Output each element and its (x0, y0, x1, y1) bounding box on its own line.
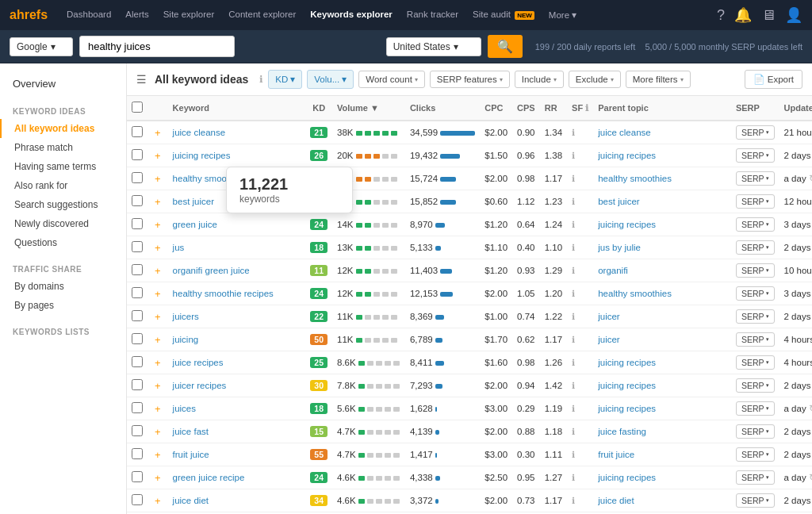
word-count-filter-btn[interactable]: Word count ▾ (358, 71, 425, 88)
keyword-link[interactable]: juice diet (173, 496, 209, 505)
row-add-button[interactable]: + (152, 288, 163, 300)
sf-icon[interactable]: ℹ (572, 243, 575, 252)
refresh-icon[interactable]: ↻ (809, 403, 812, 414)
row-checkbox[interactable] (132, 448, 143, 459)
sf-icon[interactable]: ℹ (572, 427, 575, 436)
row-add-button[interactable]: + (152, 127, 163, 139)
sidebar-item-phrase-match[interactable]: Phrase match (0, 138, 126, 157)
row-add-button[interactable]: + (152, 196, 163, 208)
sidebar-item-by-pages[interactable]: By pages (0, 296, 126, 315)
filter-info-icon[interactable]: ℹ (259, 74, 263, 85)
row-add-button[interactable]: + (152, 150, 163, 162)
more-filters-btn[interactable]: More filters ▾ (626, 71, 691, 88)
nav-content-explorer[interactable]: Content explorer (222, 6, 302, 24)
row-add-button[interactable]: + (152, 173, 163, 185)
kd-filter-btn[interactable]: KD ▾ (268, 70, 302, 89)
engine-select[interactable]: Google ▾ (10, 37, 73, 56)
row-checkbox[interactable] (132, 494, 143, 505)
row-checkbox[interactable] (132, 218, 143, 229)
desktop-icon[interactable]: 🖥 (761, 7, 776, 24)
row-checkbox[interactable] (132, 241, 143, 252)
serp-button[interactable]: SERP ▾ (736, 240, 775, 255)
th-parent-topic[interactable]: Parent topic (593, 96, 731, 121)
sidebar-overview[interactable]: Overview (0, 73, 126, 94)
sf-icon[interactable]: ℹ (572, 289, 575, 298)
keyword-link[interactable]: juicing (173, 335, 199, 344)
serp-button[interactable]: SERP ▾ (736, 378, 775, 393)
parent-topic-link[interactable]: juicing recipes (598, 220, 656, 229)
row-add-button[interactable]: + (152, 265, 163, 277)
include-filter-btn[interactable]: Include ▾ (515, 71, 564, 88)
refresh-icon[interactable]: ↻ (809, 472, 812, 483)
parent-topic-link[interactable]: organifi (598, 266, 628, 275)
keyword-link[interactable]: juicing recipes (173, 151, 231, 160)
parent-topic-link[interactable]: fruit juice (598, 450, 634, 459)
sidebar-item-questions[interactable]: Questions (0, 233, 126, 252)
row-add-button[interactable]: + (152, 472, 163, 484)
th-rr[interactable]: RR (540, 96, 567, 121)
parent-topic-link[interactable]: juice fasting (598, 427, 646, 436)
th-cps[interactable]: CPS (512, 96, 540, 121)
row-add-button[interactable]: + (152, 334, 163, 346)
serp-button[interactable]: SERP ▾ (736, 493, 775, 508)
parent-topic-link[interactable]: juice cleanse (598, 128, 650, 137)
row-checkbox[interactable] (132, 333, 143, 344)
serp-button[interactable]: SERP ▾ (736, 401, 775, 416)
sf-info-icon[interactable]: ℹ (585, 103, 588, 113)
keyword-link[interactable]: healthy smoothie recipes (173, 289, 274, 298)
sf-icon[interactable]: ℹ (572, 473, 575, 482)
row-checkbox[interactable] (132, 471, 143, 482)
parent-topic-link[interactable]: healthy smoothies (598, 174, 672, 183)
export-button[interactable]: 📄 Export (745, 70, 802, 89)
parent-topic-link[interactable]: juicing recipes (598, 404, 656, 413)
row-checkbox[interactable] (132, 402, 143, 413)
keyword-link[interactable]: juicers (173, 312, 199, 321)
sidebar-item-having-same-terms[interactable]: Having same terms (0, 157, 126, 176)
row-checkbox[interactable] (132, 379, 143, 390)
sidebar-item-also-rank-for[interactable]: Also rank for (0, 176, 126, 195)
sf-icon[interactable]: ℹ (572, 450, 575, 459)
keyword-link[interactable]: best juicer (173, 197, 214, 206)
keyword-link[interactable]: fruit juice (173, 450, 209, 459)
nav-site-audit[interactable]: Site audit NEW (466, 6, 541, 24)
th-sf[interactable]: SF ℹ (567, 96, 593, 121)
keyword-link[interactable]: juicer recipes (173, 381, 227, 390)
row-checkbox[interactable] (132, 264, 143, 275)
serp-button[interactable]: SERP ▾ (736, 217, 775, 232)
keyword-link[interactable]: juice fast (173, 427, 209, 436)
row-checkbox[interactable] (132, 149, 143, 160)
row-checkbox[interactable] (132, 356, 143, 367)
row-add-button[interactable]: + (152, 357, 163, 369)
parent-topic-link[interactable]: juicing recipes (598, 151, 656, 160)
row-add-button[interactable]: + (152, 219, 163, 231)
sf-icon[interactable]: ℹ (572, 381, 575, 390)
keyword-link[interactable]: green juice recipe (173, 473, 245, 482)
sf-icon[interactable]: ℹ (572, 174, 575, 183)
serp-button[interactable]: SERP ▾ (736, 309, 775, 324)
keyword-link[interactable]: green juice (173, 220, 217, 229)
sf-icon[interactable]: ℹ (572, 496, 575, 505)
serp-button[interactable]: SERP ▾ (736, 286, 775, 301)
parent-topic-link[interactable]: best juicer (598, 197, 639, 206)
th-clicks[interactable]: Clicks (405, 96, 480, 121)
sf-icon[interactable]: ℹ (572, 312, 575, 321)
row-add-button[interactable]: + (152, 449, 163, 461)
serp-button[interactable]: SERP ▾ (736, 355, 775, 370)
th-cpc[interactable]: CPC (480, 96, 512, 121)
parent-topic-link[interactable]: healthy smoothies (598, 289, 672, 298)
row-add-button[interactable]: + (152, 242, 163, 254)
user-icon[interactable]: 👤 (785, 6, 802, 24)
vol-filter-btn[interactable]: Volu... ▾ (307, 70, 354, 89)
sidebar-item-newly-discovered[interactable]: Newly discovered (0, 214, 126, 233)
exclude-filter-btn[interactable]: Exclude ▾ (569, 71, 621, 88)
hamburger-icon[interactable]: ☰ (136, 73, 147, 86)
serp-button[interactable]: SERP ▾ (736, 470, 775, 485)
serp-button[interactable]: SERP ▾ (736, 447, 775, 462)
keyword-link[interactable]: jus (173, 243, 185, 252)
th-kd[interactable]: KD (305, 96, 332, 121)
row-checkbox[interactable] (132, 126, 143, 137)
notifications-icon[interactable]: 🔔 (734, 6, 752, 24)
parent-topic-link[interactable]: juicer (598, 335, 619, 344)
row-checkbox[interactable] (132, 287, 143, 298)
nav-rank-tracker[interactable]: Rank tracker (400, 6, 465, 24)
